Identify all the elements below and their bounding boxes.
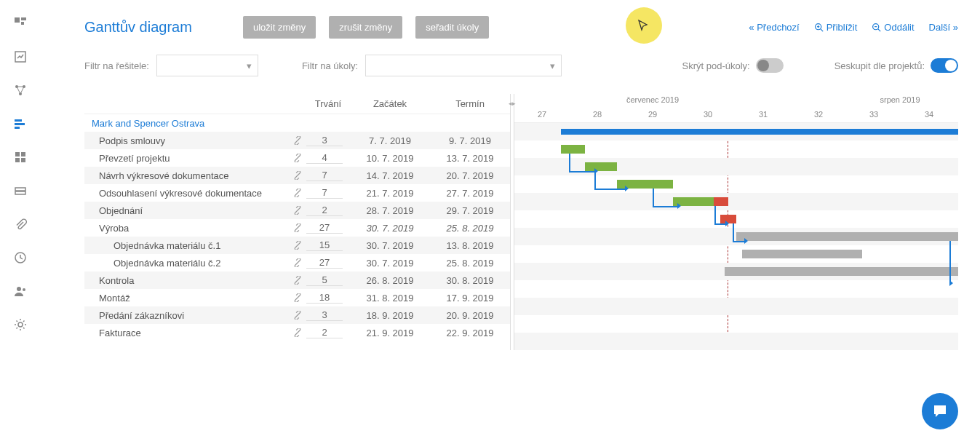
tasks-filter-select[interactable]: ▾ xyxy=(365,55,562,76)
nav-users-icon[interactable] xyxy=(12,282,29,300)
nav-apps-icon[interactable] xyxy=(12,148,29,166)
dependency-icon[interactable] xyxy=(293,293,303,302)
group-projects-toggle[interactable] xyxy=(931,58,958,73)
task-duration[interactable]: 2 xyxy=(306,327,343,338)
dependency-icon[interactable] xyxy=(293,171,303,180)
chat-button[interactable] xyxy=(922,393,958,429)
task-duration[interactable]: 7 xyxy=(306,187,343,199)
task-row[interactable]: Fakturace 2 21. 9. 2019 22. 9. 2019 xyxy=(84,324,510,341)
task-start: 26. 8. 2019 xyxy=(350,275,430,286)
task-row[interactable]: Převzetí projektu 4 10. 7. 2019 13. 7. 2… xyxy=(84,149,510,167)
task-name: Předání zákazníkovi xyxy=(84,310,293,321)
chart-row xyxy=(514,175,958,193)
task-row[interactable]: Návrh výkresové dokumentace 7 14. 7. 201… xyxy=(84,167,510,184)
nav-attachments-icon[interactable] xyxy=(12,215,29,233)
task-row[interactable]: Objednávka materiálu č.2 27 30. 7. 2019 … xyxy=(84,254,510,271)
task-duration[interactable]: 15 xyxy=(306,239,343,251)
task-duration[interactable]: 4 xyxy=(306,152,343,164)
week-label: 30 xyxy=(680,110,736,119)
task-duration[interactable]: 27 xyxy=(306,257,343,269)
gantt-bar[interactable] xyxy=(725,267,958,276)
dependency-icon[interactable] xyxy=(293,311,303,320)
task-duration[interactable]: 3 xyxy=(306,135,343,146)
week-label: 27 xyxy=(514,110,570,119)
task-row[interactable]: Předání zákazníkovi 3 18. 9. 2019 20. 9.… xyxy=(84,306,510,324)
task-duration[interactable]: 5 xyxy=(306,274,343,286)
task-duration[interactable]: 3 xyxy=(306,309,343,321)
hide-subtasks-toggle[interactable] xyxy=(756,58,784,73)
task-table: Trvání Začátek Termín Mark and Spencer O… xyxy=(84,94,510,350)
task-end: 25. 8. 2019 xyxy=(430,258,510,269)
chart-row xyxy=(514,245,958,263)
task-row[interactable]: Montáž 18 31. 8. 2019 17. 9. 2019 xyxy=(84,289,510,306)
task-row[interactable]: Výroba 27 30. 7. 2019 25. 8. 2019 xyxy=(84,219,510,237)
dependency-line xyxy=(569,171,594,173)
dependency-icon[interactable] xyxy=(293,276,303,285)
dependency-icon[interactable] xyxy=(293,241,303,250)
week-label: 29 xyxy=(625,110,680,119)
chevron-down-icon: ▾ xyxy=(550,60,555,71)
dependency-icon[interactable] xyxy=(293,328,303,337)
gantt-bar[interactable] xyxy=(561,129,958,135)
dependency-icon[interactable] xyxy=(293,136,303,145)
chart-row xyxy=(514,228,958,245)
dependency-line xyxy=(733,241,744,242)
svg-rect-1 xyxy=(21,17,26,20)
task-end: 27. 7. 2019 xyxy=(430,188,510,199)
cancel-button[interactable]: zrušit změny xyxy=(329,16,402,39)
nav-dashboard-icon[interactable] xyxy=(12,15,29,32)
project-name[interactable]: Mark and Spencer Ostrava xyxy=(84,118,306,129)
dependency-icon[interactable] xyxy=(293,258,303,267)
chart-row xyxy=(514,123,958,140)
nav-gantt-icon[interactable] xyxy=(12,115,29,132)
task-duration[interactable]: 27 xyxy=(306,222,343,234)
task-row[interactable]: Objednávka materiálu č.1 15 30. 7. 2019 … xyxy=(84,237,510,254)
gantt-bar[interactable] xyxy=(714,197,728,206)
zoom-in-link[interactable]: Přiblížit xyxy=(814,22,858,33)
dependency-icon[interactable] xyxy=(293,223,303,232)
task-name: Fakturace xyxy=(84,328,293,338)
zoom-out-link[interactable]: Oddálit xyxy=(872,22,914,33)
nav-network-icon[interactable] xyxy=(12,82,29,99)
task-name: Objednání xyxy=(84,205,293,216)
gantt-bar[interactable] xyxy=(585,162,617,171)
col-duration: Trvání xyxy=(306,98,350,109)
task-duration[interactable]: 7 xyxy=(306,170,343,181)
assignee-filter-select[interactable]: ▾ xyxy=(156,55,258,76)
task-end: 22. 9. 2019 xyxy=(430,328,510,338)
chart-row xyxy=(514,140,958,158)
nav-time-icon[interactable] xyxy=(12,249,29,266)
nav-reports-icon[interactable] xyxy=(12,48,29,66)
task-duration[interactable]: 18 xyxy=(306,292,343,304)
task-row[interactable]: Kontrola 5 26. 8. 2019 30. 8. 2019 xyxy=(84,271,510,289)
task-row[interactable]: Podpis smlouvy 3 7. 7. 2019 9. 7. 2019 xyxy=(84,132,510,149)
svg-rect-7 xyxy=(15,119,22,122)
week-label: 28 xyxy=(570,110,625,119)
gantt-chart[interactable]: červenec 2019srpen 2019 2728293031323334 xyxy=(514,94,958,350)
gantt-bar[interactable] xyxy=(561,145,585,154)
chart-row xyxy=(514,193,958,210)
next-link[interactable]: Další » xyxy=(929,22,958,33)
task-name: Podpis smlouvy xyxy=(84,135,293,146)
dependency-arrow xyxy=(949,280,953,286)
gantt-bar[interactable] xyxy=(736,232,958,241)
task-name: Objednávka materiálu č.1 xyxy=(84,240,293,251)
month-label: červenec 2019 xyxy=(514,95,791,104)
task-row[interactable]: Objednání 2 28. 7. 2019 29. 7. 2019 xyxy=(84,202,510,219)
dependency-icon[interactable] xyxy=(293,154,303,162)
task-duration[interactable]: 2 xyxy=(306,205,343,216)
dependency-arrow xyxy=(725,221,729,226)
gantt-bar[interactable] xyxy=(742,250,862,258)
sort-button[interactable]: seřadit úkoly xyxy=(415,16,489,39)
nav-settings-icon[interactable] xyxy=(12,316,29,333)
dependency-icon[interactable] xyxy=(293,189,303,197)
task-row[interactable]: Odsouhlasení výkresové dokumentace 7 21.… xyxy=(84,184,510,202)
svg-rect-9 xyxy=(15,127,20,129)
save-button[interactable]: uložit změny xyxy=(243,16,316,39)
prev-link[interactable]: « Předchozí xyxy=(749,22,799,33)
task-start: 21. 9. 2019 xyxy=(350,328,430,338)
task-end: 29. 7. 2019 xyxy=(430,205,510,216)
col-end: Termín xyxy=(430,98,510,109)
dependency-icon[interactable] xyxy=(293,206,303,215)
nav-money-icon[interactable] xyxy=(12,182,29,199)
